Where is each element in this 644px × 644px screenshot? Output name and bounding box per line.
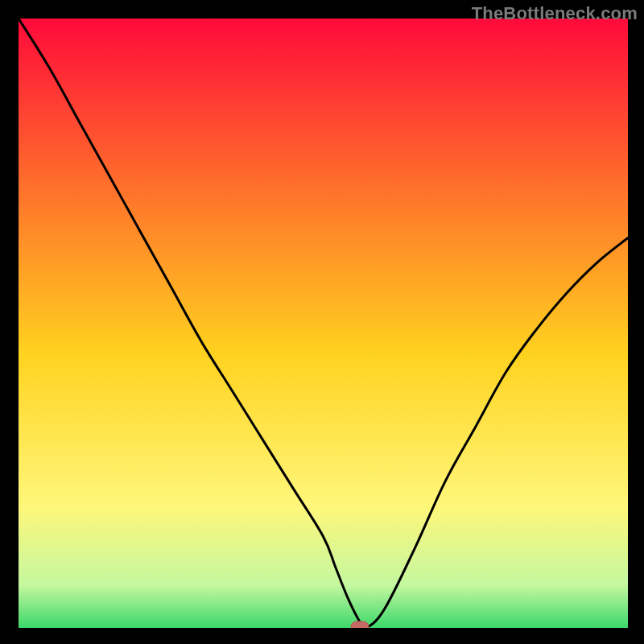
watermark-label: TheBottleneck.com (472, 3, 638, 24)
chart-svg (19, 19, 628, 628)
plot-area (19, 19, 628, 628)
optimal-point-marker (351, 621, 369, 628)
figure: TheBottleneck.com (0, 0, 644, 644)
